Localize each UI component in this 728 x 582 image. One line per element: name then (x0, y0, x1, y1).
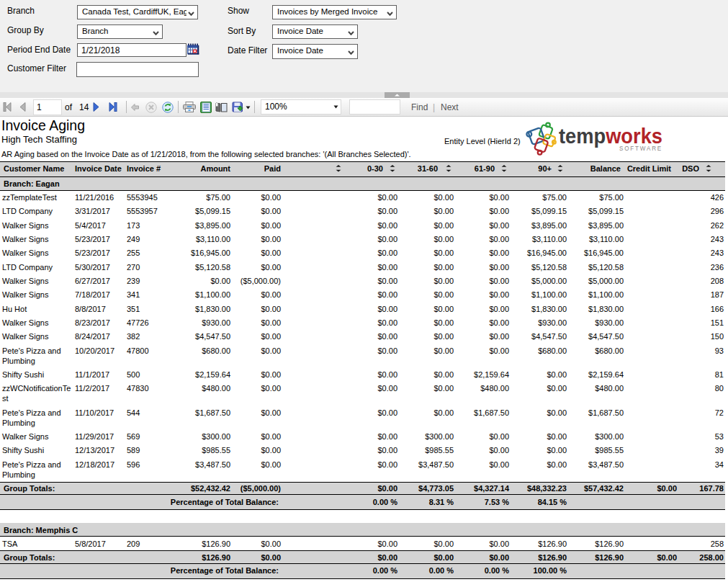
svg-text:SOFTWARE: SOFTWARE (619, 145, 662, 152)
